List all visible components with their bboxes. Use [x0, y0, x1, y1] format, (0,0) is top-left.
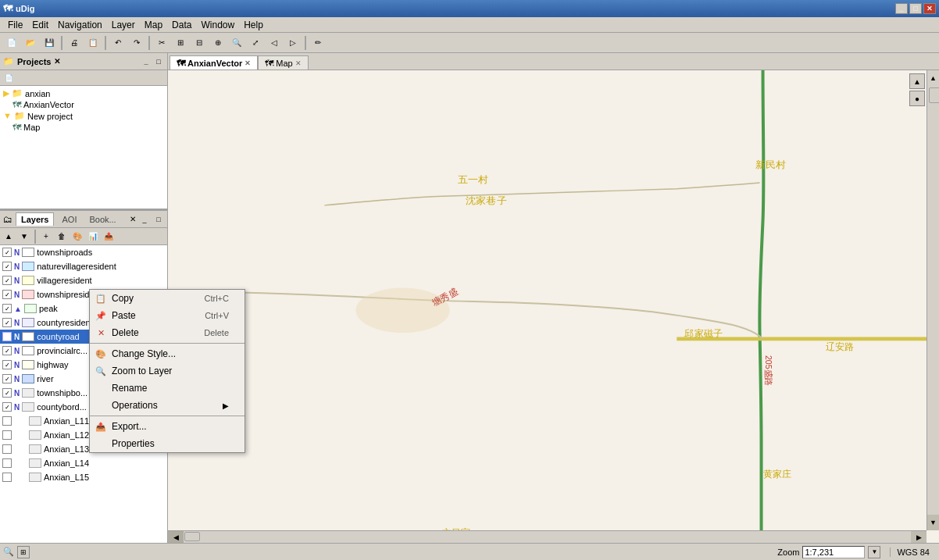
toolbar-save[interactable]: 💾	[41, 35, 58, 51]
toolbar-btn4[interactable]: ⊕	[209, 35, 227, 51]
toolbar-btn2[interactable]: ⊞	[172, 35, 189, 51]
layer-townshiproads[interactable]: N townshiproads	[0, 245, 167, 259]
menu-map[interactable]: Map	[140, 18, 167, 32]
toolbar-btn8[interactable]: ▷	[284, 35, 302, 51]
menu-navigation[interactable]: Navigation	[53, 18, 107, 32]
menu-help[interactable]: Help	[239, 18, 268, 32]
layers-restore-btn[interactable]: □	[153, 214, 164, 225]
map-tab-close-1[interactable]: ✕	[245, 59, 251, 67]
layer-cb-townshipresident[interactable]	[2, 290, 12, 299]
map-scrollbar-vertical[interactable]: ▲ ▼	[927, 70, 939, 530]
layer-naturevillageresident[interactable]: N naturevillageresident	[0, 259, 167, 273]
map-tab-close-2[interactable]: ✕	[295, 59, 302, 67]
menu-window[interactable]: Window	[196, 18, 239, 32]
toolbar-open[interactable]: 📂	[22, 35, 39, 51]
projects-new-btn[interactable]: 📄	[2, 72, 16, 84]
ctx-item-copy[interactable]: 📋 Copy Ctrl+C	[90, 290, 245, 307]
tree-item-anxianvector[interactable]: 🗺 AnxianVector	[2, 99, 166, 110]
tree-item-newproject[interactable]: ▼ 📁 New project	[2, 110, 166, 122]
layers-down-btn[interactable]: ▼	[17, 230, 31, 244]
toolbar-btn1[interactable]: ✂	[153, 35, 170, 51]
layer-cb-countybord[interactable]	[2, 402, 12, 412]
map-scrollbar-horizontal[interactable]: ◀ ▶	[168, 530, 927, 543]
layers-minimize-btn[interactable]: _	[139, 214, 150, 225]
layers-close-icon[interactable]: ✕	[130, 215, 136, 223]
layer-cb-river[interactable]	[2, 374, 12, 383]
toolbar-print[interactable]: 🖨	[66, 35, 83, 51]
toolbar-redo[interactable]: ↷	[128, 35, 145, 51]
map-tab-label-2: Map	[276, 59, 292, 68]
close-button[interactable]: ✕	[923, 3, 936, 14]
ctx-item-change-style[interactable]: 🎨 Change Style...	[90, 345, 245, 362]
layer-anxian-l14[interactable]: Anxian_L14	[0, 456, 167, 470]
toolbar-new[interactable]: 📄	[3, 35, 20, 51]
layer-anxian-l15[interactable]: Anxian_L15	[0, 470, 167, 484]
ctx-item-rename[interactable]: Rename	[90, 380, 245, 397]
ctx-item-delete[interactable]: ✕ Delete Delete	[90, 324, 245, 341]
tab-layers[interactable]: Layers	[16, 212, 54, 226]
toolbar-btn3[interactable]: ⊟	[191, 35, 208, 51]
layers-table-btn[interactable]: 📊	[86, 230, 100, 244]
layer-cb-peak[interactable]	[2, 304, 12, 313]
tab-aoi[interactable]: AOI	[57, 213, 81, 226]
layer-cb-villageresident[interactable]	[2, 276, 12, 285]
map-tab-map[interactable]: 🗺 Map ✕	[258, 55, 308, 70]
layer-cb-anxian-l15[interactable]	[2, 473, 12, 482]
layer-cb-naturevillageresident[interactable]	[2, 262, 12, 271]
toolbar-btn7[interactable]: ◁	[266, 35, 283, 51]
menu-edit[interactable]: Edit	[27, 18, 53, 32]
zoom-input[interactable]	[802, 546, 865, 558]
tree-item-map[interactable]: 🗺 Map	[2, 122, 166, 133]
layers-panel-header: 🗂 Layers AOI Book... ✕ _ □	[0, 211, 167, 228]
layer-cb-townshipbo[interactable]	[2, 388, 12, 398]
layer-cb-anxian-l13[interactable]	[2, 444, 12, 454]
projects-restore-btn[interactable]: □	[153, 56, 164, 67]
map-canvas[interactable]: 新民村 五一村 沈家巷子 巩家田坝 塘秀盛 邱家磁子 辽安路 205盛路 黄家庄…	[168, 70, 939, 543]
layers-del-btn[interactable]: 🗑	[55, 230, 69, 244]
layer-cb-countyresident[interactable]	[2, 318, 12, 327]
map-side-btn-1[interactable]: ▲	[909, 73, 925, 89]
operations-icon	[95, 399, 107, 412]
map-tab-anxianvector[interactable]: 🗺 AnxianVector ✕	[170, 55, 258, 70]
crs-label: WGS 84	[890, 548, 936, 557]
projects-minimize-btn[interactable]: _	[141, 56, 152, 67]
layer-type-townshipresident: N	[14, 291, 20, 299]
toolbar-undo[interactable]: ↶	[109, 35, 127, 51]
map-side-btn-2[interactable]: ●	[909, 91, 925, 106]
layer-thumb-anxian-l11	[29, 416, 41, 426]
ctx-item-paste[interactable]: 📌 Paste Ctrl+V	[90, 307, 245, 324]
layers-toolbar: ▲ ▼ + 🗑 🎨 📊 📤	[0, 228, 167, 245]
layer-cb-anxian-l12[interactable]	[2, 430, 12, 440]
projects-close-icon[interactable]: ✕	[54, 57, 60, 66]
layer-cb-provincialrc[interactable]	[2, 346, 12, 355]
layer-thumb-anxian-l12	[29, 430, 41, 440]
layer-cb-anxian-l11[interactable]	[2, 416, 12, 426]
layer-villageresident[interactable]: N villageresident	[0, 273, 167, 287]
tab-bookmarks[interactable]: Book...	[84, 213, 120, 226]
layer-cb-townshiproads[interactable]	[2, 248, 12, 257]
layers-style-btn[interactable]: 🎨	[70, 230, 84, 244]
ctx-item-operations[interactable]: Operations ▶	[90, 397, 245, 414]
zoom-dropdown[interactable]: ▼	[868, 546, 880, 558]
layer-cb-countyroad[interactable]	[2, 332, 12, 341]
tree-item-anxian[interactable]: ▶ 📁 anxian	[2, 87, 166, 99]
layer-cb-highway[interactable]	[2, 360, 12, 369]
toolbar-print2[interactable]: 📋	[84, 35, 102, 51]
ctx-item-properties[interactable]: Properties	[90, 435, 245, 452]
ctx-label-delete: Delete	[112, 327, 139, 338]
toolbar-btn6[interactable]: ⤢	[247, 35, 264, 51]
layers-export-btn[interactable]: 📤	[102, 230, 116, 244]
layer-thumb-river	[22, 374, 34, 383]
maximize-button[interactable]: □	[909, 3, 922, 14]
toolbar-btn9[interactable]: ✏	[309, 35, 327, 51]
layers-add-btn[interactable]: +	[39, 230, 53, 244]
minimize-button[interactable]: _	[895, 3, 908, 14]
ctx-item-export[interactable]: 📤 Export...	[90, 418, 245, 435]
toolbar-btn5[interactable]: 🔍	[228, 35, 245, 51]
menu-data[interactable]: Data	[167, 18, 196, 32]
layer-cb-anxian-l14[interactable]	[2, 458, 12, 468]
menu-file[interactable]: File	[3, 18, 27, 32]
menu-layer[interactable]: Layer	[107, 18, 140, 32]
ctx-item-zoom-to-layer[interactable]: 🔍 Zoom to Layer	[90, 362, 245, 380]
layers-up-btn[interactable]: ▲	[2, 230, 16, 244]
